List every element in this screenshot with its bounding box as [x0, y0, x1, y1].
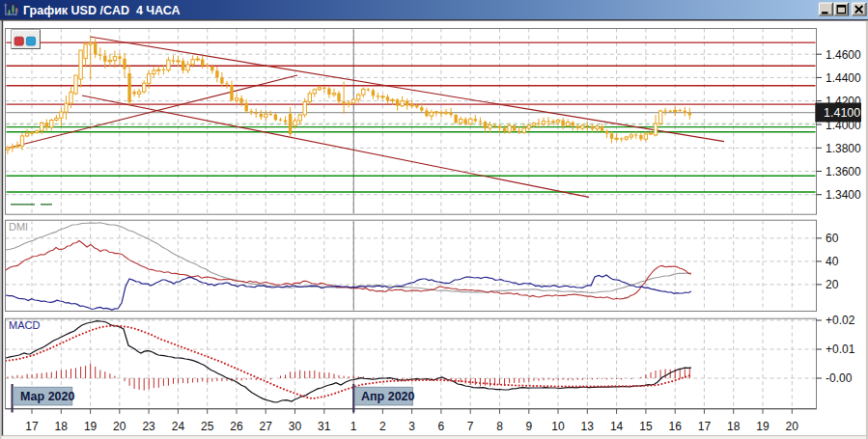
svg-text:14: 14 [610, 420, 624, 433]
svg-text:10: 10 [551, 420, 565, 433]
svg-text:+0.02: +0.02 [826, 314, 855, 327]
svg-text:24: 24 [172, 420, 185, 433]
svg-text:27: 27 [260, 420, 273, 433]
svg-text:20: 20 [826, 278, 839, 291]
svg-text:20: 20 [113, 420, 126, 433]
svg-text:+0.01: +0.01 [826, 343, 855, 356]
svg-text:1: 1 [350, 420, 357, 433]
svg-text:16: 16 [669, 420, 683, 433]
svg-text:1.3800: 1.3800 [826, 142, 861, 155]
svg-text:График USD /CAD 4 ЧАСА: График USD /CAD 4 ЧАСА [23, 4, 181, 17]
svg-text:1.4400: 1.4400 [826, 71, 861, 85]
svg-text:20: 20 [786, 420, 799, 433]
svg-text:2: 2 [379, 420, 386, 433]
svg-text:15: 15 [639, 420, 653, 433]
svg-text:-0.00: -0.00 [826, 371, 853, 385]
svg-text:17: 17 [698, 420, 712, 433]
svg-text:26: 26 [230, 420, 243, 433]
svg-text:DMI: DMI [9, 221, 28, 233]
svg-text:30: 30 [289, 420, 302, 433]
svg-text:25: 25 [201, 420, 214, 433]
svg-text:19: 19 [84, 420, 98, 433]
svg-text:Мар 2020: Мар 2020 [20, 390, 74, 403]
svg-text:13: 13 [581, 420, 595, 433]
svg-text:19: 19 [756, 420, 770, 433]
svg-text:Апр 2020: Апр 2020 [361, 390, 415, 403]
svg-text:1.4600: 1.4600 [826, 48, 861, 62]
svg-text:6: 6 [438, 420, 445, 433]
svg-text:40: 40 [826, 255, 839, 268]
svg-text:9: 9 [525, 420, 532, 433]
svg-text:31: 31 [318, 420, 331, 433]
svg-text:7: 7 [467, 420, 474, 433]
svg-text:MACD: MACD [9, 319, 40, 331]
svg-text:60: 60 [826, 232, 839, 245]
svg-text:17: 17 [25, 420, 39, 433]
svg-text:1.3400: 1.3400 [826, 188, 861, 202]
svg-text:1.3600: 1.3600 [826, 165, 861, 178]
svg-text:8: 8 [496, 420, 503, 433]
svg-text:18: 18 [55, 420, 69, 433]
svg-text:3: 3 [408, 420, 415, 433]
svg-text:18: 18 [727, 420, 741, 433]
svg-text:1.4100: 1.4100 [824, 106, 860, 120]
svg-text:23: 23 [142, 420, 155, 433]
